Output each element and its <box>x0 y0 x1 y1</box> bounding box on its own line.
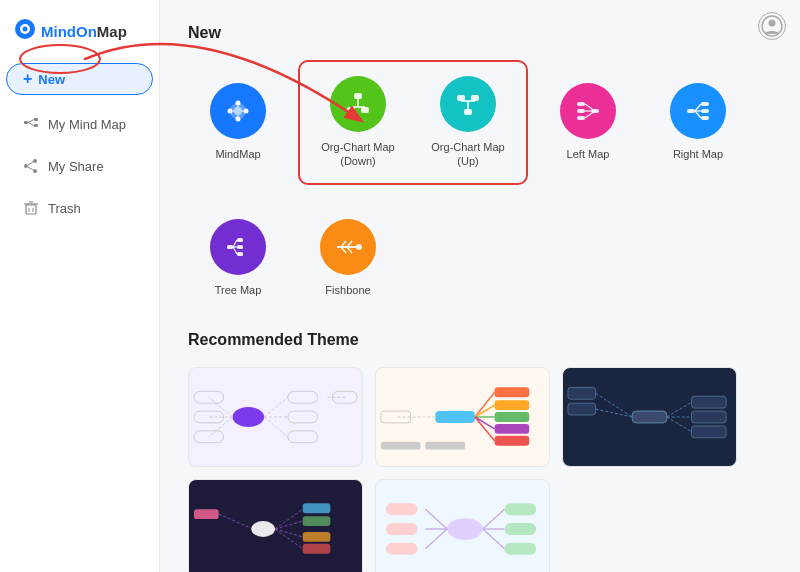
svg-rect-75 <box>194 411 224 423</box>
svg-rect-99 <box>632 411 667 423</box>
new-button[interactable]: + New <box>6 63 153 95</box>
svg-rect-125 <box>386 503 418 515</box>
svg-point-10 <box>24 164 28 168</box>
svg-line-66 <box>264 397 288 417</box>
sidebar-item-trash[interactable]: Trash <box>6 189 153 227</box>
new-section-title: New <box>188 24 772 42</box>
svg-line-113 <box>275 529 303 537</box>
fishbone-icon <box>320 219 376 275</box>
share-icon <box>22 157 40 175</box>
svg-rect-40 <box>577 109 585 113</box>
svg-rect-30 <box>361 107 369 113</box>
svg-rect-127 <box>386 523 418 535</box>
org-chart-down-icon <box>330 76 386 132</box>
svg-rect-103 <box>692 411 727 423</box>
svg-rect-4 <box>34 118 38 121</box>
svg-point-9 <box>33 169 37 173</box>
svg-rect-110 <box>303 503 331 513</box>
trash-icon <box>22 199 40 217</box>
svg-line-100 <box>667 402 692 417</box>
svg-rect-84 <box>495 400 530 410</box>
svg-rect-106 <box>194 509 219 519</box>
theme-card-4[interactable] <box>188 479 363 572</box>
svg-point-20 <box>236 101 241 106</box>
svg-rect-34 <box>457 95 465 101</box>
svg-rect-71 <box>288 431 318 443</box>
svg-rect-90 <box>495 436 530 446</box>
svg-rect-82 <box>495 387 530 397</box>
svg-line-128 <box>425 529 447 549</box>
svg-rect-116 <box>303 544 331 554</box>
svg-line-124 <box>425 509 447 529</box>
map-card-mindmap[interactable]: MindMap <box>188 73 288 171</box>
mindmap-label: MindMap <box>215 147 260 161</box>
svg-rect-67 <box>288 391 318 403</box>
plus-icon: + <box>23 70 32 88</box>
svg-line-12 <box>28 167 33 170</box>
logo-icon <box>14 18 36 45</box>
logo: MindOnMap <box>0 10 159 61</box>
svg-line-42 <box>585 104 595 111</box>
svg-rect-53 <box>237 238 243 242</box>
svg-line-72 <box>209 397 233 417</box>
org-chart-up-label: Org-Chart Map (Up) <box>428 140 508 169</box>
theme-card-2[interactable] <box>375 367 550 467</box>
svg-point-8 <box>33 159 37 163</box>
svg-point-2 <box>23 27 28 32</box>
main-content: New <box>160 0 800 572</box>
svg-rect-55 <box>237 252 243 256</box>
svg-rect-45 <box>687 109 695 113</box>
svg-rect-69 <box>288 411 318 423</box>
sidebar-item-my-mind-map[interactable]: My Mind Map <box>6 105 153 143</box>
new-button-label: New <box>38 72 65 87</box>
svg-line-7 <box>28 123 34 126</box>
svg-rect-13 <box>26 205 36 214</box>
svg-line-58 <box>233 247 237 254</box>
svg-line-87 <box>475 417 495 429</box>
svg-rect-48 <box>701 116 709 120</box>
recommended-section-title: Recommended Theme <box>188 331 772 349</box>
svg-line-89 <box>475 417 495 441</box>
svg-rect-88 <box>495 424 530 434</box>
svg-rect-114 <box>303 532 331 542</box>
sidebar-item-my-share[interactable]: My Share <box>6 147 153 185</box>
svg-line-122 <box>483 529 505 549</box>
mindmap-icon <box>210 83 266 139</box>
svg-rect-54 <box>237 245 243 249</box>
svg-point-64 <box>356 244 362 250</box>
map-card-tree-map[interactable]: Tree Map <box>188 209 288 307</box>
map-card-org-chart-up[interactable]: Org-Chart Map (Up) <box>418 70 518 175</box>
theme-grid <box>188 367 772 572</box>
svg-line-111 <box>275 521 303 529</box>
svg-rect-5 <box>34 124 38 127</box>
svg-line-109 <box>275 509 303 529</box>
svg-line-11 <box>28 162 33 165</box>
svg-rect-119 <box>505 503 537 515</box>
svg-line-83 <box>475 405 495 417</box>
sidebar-item-label: Trash <box>48 201 81 216</box>
map-card-left-map[interactable]: Left Map <box>538 73 638 171</box>
svg-rect-41 <box>577 116 585 120</box>
svg-rect-35 <box>471 95 479 101</box>
right-map-label: Right Map <box>673 147 723 161</box>
org-chart-up-icon <box>440 76 496 132</box>
svg-point-21 <box>236 117 241 122</box>
map-card-right-map[interactable]: Right Map <box>648 73 748 171</box>
theme-card-5[interactable] <box>375 479 550 572</box>
svg-rect-96 <box>568 403 596 415</box>
svg-rect-46 <box>701 102 709 106</box>
map-card-fishbone[interactable]: Fishbone <box>298 209 398 307</box>
left-map-label: Left Map <box>567 147 610 161</box>
svg-point-65 <box>232 407 264 427</box>
sidebar: MindOnMap + New My Mind Map <box>0 0 160 572</box>
map-card-org-chart-down[interactable]: Org-Chart Map(Down) <box>308 70 408 175</box>
user-avatar[interactable] <box>758 12 786 40</box>
svg-rect-29 <box>347 107 355 113</box>
svg-line-51 <box>695 111 701 118</box>
left-map-icon <box>560 83 616 139</box>
theme-card-3[interactable] <box>562 367 737 467</box>
svg-line-49 <box>695 104 701 111</box>
theme-card-1[interactable] <box>188 367 363 467</box>
svg-rect-121 <box>505 523 537 535</box>
highlight-group: Org-Chart Map(Down) Org-Chart Map (Up) <box>298 60 528 185</box>
